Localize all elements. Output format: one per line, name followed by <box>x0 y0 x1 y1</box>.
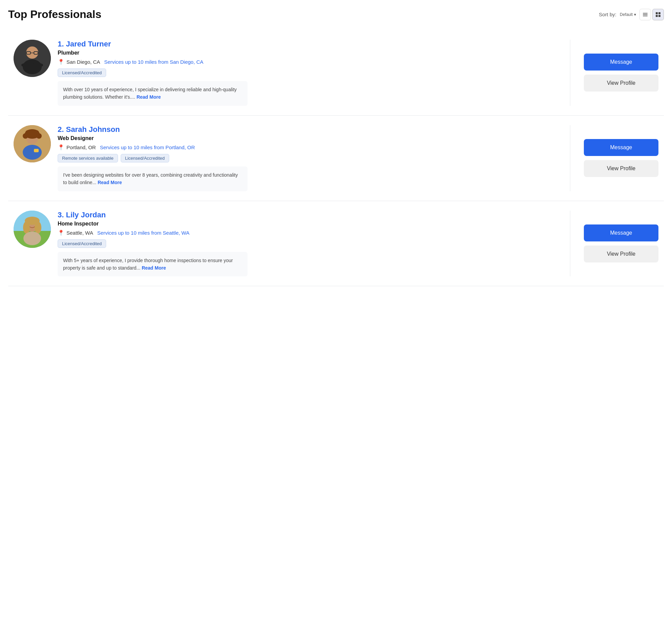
view-profile-button[interactable]: View Profile <box>584 75 658 92</box>
svg-point-22 <box>29 129 35 135</box>
service-range[interactable]: Services up to 10 miles from San Diego, … <box>104 59 203 65</box>
card-body: 3. Lily Jordan Home Inspector 📍 Seattle,… <box>58 211 556 277</box>
tag-remote: Remote services available <box>58 154 118 162</box>
grid-icon <box>655 12 661 17</box>
card-body: 1. Jared Turner Plumber 📍 San Diego, CA … <box>58 40 556 106</box>
service-range[interactable]: Services up to 10 miles from Portland, O… <box>100 144 195 150</box>
card-actions: Message View Profile <box>584 139 658 177</box>
view-profile-button[interactable]: View Profile <box>584 246 658 262</box>
description-box: I've been designing websites for over 8 … <box>58 166 248 191</box>
tags-row: Licensed/Accredited <box>58 68 556 77</box>
tag-licensed: Licensed/Accredited <box>58 68 106 77</box>
professional-name: 2. Sarah Johnson <box>58 125 556 134</box>
page-header: Top Professionals Sort by: Default ▾ <box>8 8 664 21</box>
svg-rect-5 <box>656 15 658 17</box>
svg-rect-4 <box>658 12 660 14</box>
professional-card: 1. Jared Turner Plumber 📍 San Diego, CA … <box>8 30 664 116</box>
avatar <box>14 125 51 162</box>
description-text: I've been designing websites for over 8 … <box>63 172 238 185</box>
professional-title: Home Inspector <box>58 221 556 227</box>
read-more-link[interactable]: Read More <box>137 94 161 100</box>
message-button[interactable]: Message <box>584 54 658 71</box>
location-pin-icon: 📍 <box>58 144 64 151</box>
card-actions: Message View Profile <box>584 224 658 262</box>
view-toggle <box>639 9 664 20</box>
list-icon <box>643 12 648 17</box>
professional-name: 3. Lily Jordan <box>58 211 556 219</box>
card-divider <box>570 211 570 277</box>
avatar-image <box>14 40 51 77</box>
svg-point-21 <box>34 130 39 135</box>
professional-title: Web Designer <box>58 135 556 141</box>
card-divider <box>570 40 570 106</box>
location-pin-icon: 📍 <box>58 230 64 236</box>
read-more-link[interactable]: Read More <box>142 265 166 271</box>
svg-point-23 <box>23 145 42 160</box>
card-actions: Message View Profile <box>584 54 658 92</box>
avatar-wrap <box>14 125 51 162</box>
description-box: With 5+ years of experience, I provide t… <box>58 252 248 277</box>
avatar-image <box>14 211 51 248</box>
tag-licensed: Licensed/Accredited <box>121 154 169 162</box>
avatar <box>14 40 51 77</box>
sort-value: Default <box>620 12 633 17</box>
page-container: Top Professionals Sort by: Default ▾ <box>8 8 664 286</box>
read-more-link[interactable]: Read More <box>98 180 122 185</box>
professional-card: 3. Lily Jordan Home Inspector 📍 Seattle,… <box>8 201 664 287</box>
avatar-image <box>14 125 51 162</box>
grid-view-button[interactable] <box>652 9 664 20</box>
svg-rect-0 <box>643 13 648 14</box>
svg-rect-3 <box>656 12 658 14</box>
message-button[interactable]: Message <box>584 224 658 241</box>
svg-point-12 <box>23 59 42 74</box>
page-title: Top Professionals <box>8 8 101 21</box>
location-row: 📍 Seattle, WA Services up to 10 miles fr… <box>58 230 556 236</box>
avatar-wrap <box>14 211 51 248</box>
tags-row: Remote services available Licensed/Accre… <box>58 154 556 162</box>
location-name: Seattle, WA <box>66 230 93 236</box>
svg-rect-2 <box>643 16 648 16</box>
card-body: 2. Sarah Johnson Web Designer 📍 Portland… <box>58 125 556 191</box>
sort-chevron-icon: ▾ <box>634 12 636 17</box>
location-row: 📍 Portland, OR Services up to 10 miles f… <box>58 144 556 151</box>
professional-title: Plumber <box>58 50 556 56</box>
view-profile-button[interactable]: View Profile <box>584 160 658 177</box>
svg-point-30 <box>35 221 41 234</box>
description-box: With over 10 years of experience, I spec… <box>58 81 248 106</box>
svg-rect-6 <box>658 15 660 17</box>
avatar-wrap <box>14 40 51 77</box>
svg-rect-1 <box>643 14 648 15</box>
professionals-list: 1. Jared Turner Plumber 📍 San Diego, CA … <box>8 30 664 286</box>
professional-name: 1. Jared Turner <box>58 40 556 48</box>
location-pin-icon: 📍 <box>58 59 64 65</box>
svg-point-8 <box>26 46 38 59</box>
svg-point-20 <box>25 130 30 135</box>
sort-dropdown[interactable]: Default ▾ <box>620 12 636 17</box>
list-view-button[interactable] <box>639 9 651 20</box>
tag-licensed: Licensed/Accredited <box>58 239 106 248</box>
sort-label: Sort by: <box>599 12 616 17</box>
location-row: 📍 San Diego, CA Services up to 10 miles … <box>58 59 556 65</box>
professional-card: 2. Sarah Johnson Web Designer 📍 Portland… <box>8 116 664 201</box>
sort-controls: Sort by: Default ▾ <box>599 9 664 20</box>
location-name: Portland, OR <box>66 144 96 150</box>
avatar <box>14 211 51 248</box>
svg-rect-24 <box>34 149 39 152</box>
svg-point-29 <box>23 221 30 234</box>
message-button[interactable]: Message <box>584 139 658 156</box>
svg-point-31 <box>23 232 41 245</box>
tags-row: Licensed/Accredited <box>58 239 556 248</box>
card-divider <box>570 125 570 191</box>
service-range[interactable]: Services up to 10 miles from Seattle, WA <box>97 230 190 236</box>
location-name: San Diego, CA <box>66 59 100 65</box>
